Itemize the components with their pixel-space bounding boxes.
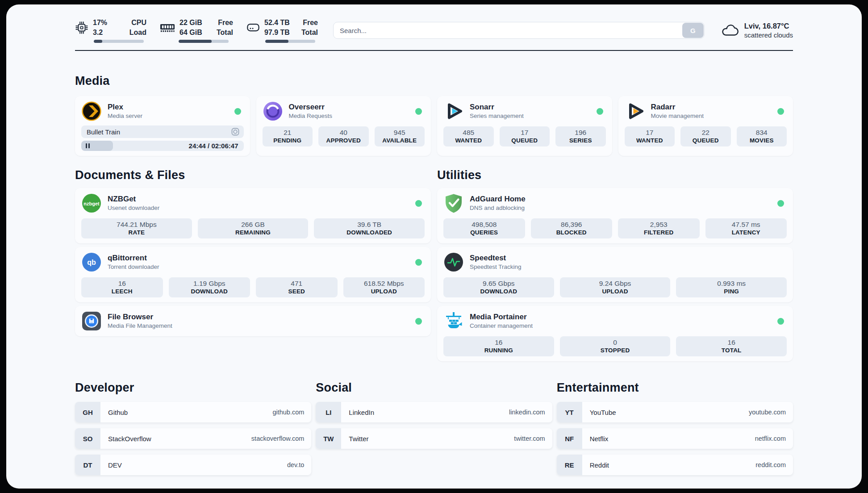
app-title: Overseerr	[289, 102, 333, 112]
app-title: AdGuard Home	[470, 194, 526, 204]
status-dot	[777, 108, 784, 115]
link-badge: TW	[316, 428, 341, 449]
link-dev[interactable]: DT DEV dev.to	[75, 455, 311, 475]
status-dot	[777, 318, 784, 325]
stat-rate: 744.21 MbpsRATE	[81, 218, 192, 238]
link-twitter[interactable]: TW Twitter twitter.com	[316, 428, 552, 449]
stat-available: 945AVAILABLE	[375, 126, 425, 146]
stat-seed: 471SEED	[256, 277, 338, 297]
search-engine-button[interactable]: G	[682, 23, 704, 38]
app-subtitle: DNS and adblocking	[470, 205, 526, 212]
app-subtitle: Container management	[470, 322, 533, 330]
stat-leech: 16LEECH	[81, 277, 163, 297]
stat-download: 9.65 GbpsDOWNLOAD	[443, 277, 554, 297]
dashboard: 17%3.2 CPULoad	[6, 4, 862, 489]
search-input[interactable]	[333, 22, 705, 39]
memory-labels: FreeTotal	[213, 18, 233, 37]
stat-pending: 21PENDING	[263, 126, 313, 146]
link-netflix[interactable]: NF Netflix netflix.com	[557, 428, 793, 449]
storage-progressbar	[265, 40, 315, 43]
section-documents: Documents & Files nzbget NZBGet Usenet d…	[75, 168, 431, 361]
playback-time: 24:44 / 02:06:47	[189, 142, 238, 150]
playback-progressbar[interactable]: 24:44 / 02:06:47	[81, 141, 244, 151]
app-card-overseerr[interactable]: Overseerr Media Requests 21PENDING 40APP…	[256, 96, 431, 156]
link-youtube[interactable]: YT YouTube youtube.com	[557, 402, 793, 422]
link-url: netflix.com	[755, 435, 786, 442]
app-card-qbittorrent[interactable]: qb qBittorrent Torrent downloader 16LEEC…	[75, 247, 431, 302]
link-name: LinkedIn	[349, 409, 374, 416]
storage-values: 52.4 TB97.9 TB	[264, 18, 293, 37]
cpu-icon	[75, 21, 88, 34]
link-url: linkedin.com	[509, 409, 545, 416]
stat-movies: 834MOVIES	[737, 126, 787, 146]
search-box: G	[333, 22, 705, 39]
section-title-documents: Documents & Files	[75, 168, 431, 182]
link-badge: SO	[75, 428, 100, 449]
section-title-utilities: Utilities	[437, 168, 793, 182]
status-dot	[597, 108, 603, 115]
qbittorrent-icon: qb	[81, 252, 102, 272]
app-subtitle: Media Requests	[289, 113, 333, 120]
weather-condition: scattered clouds	[744, 31, 793, 40]
app-card-radarr[interactable]: Radarr Movie management 17WANTED 22QUEUE…	[618, 96, 793, 156]
storage-icon	[246, 22, 260, 33]
cpu-progressbar	[94, 40, 144, 43]
status-dot	[415, 200, 422, 207]
section-utilities: Utilities AdGuard Home DNS and adblockin…	[437, 168, 793, 361]
link-url: github.com	[272, 409, 304, 416]
stat-stopped: 0STOPPED	[560, 336, 671, 356]
stat-upload: 618.52 MbpsUPLOAD	[343, 277, 425, 297]
status-dot	[234, 108, 241, 115]
app-title: Radarr	[651, 102, 704, 112]
sonarr-icon	[443, 101, 464, 121]
status-dot	[777, 200, 784, 207]
app-title: qBittorrent	[108, 253, 159, 263]
adguard-icon	[443, 193, 464, 213]
stat-series: 196SERIES	[555, 126, 606, 146]
radarr-icon	[625, 101, 645, 121]
stat-queries: 498,508QUERIES	[443, 218, 525, 238]
link-name: Github	[108, 409, 128, 416]
section-title-developer: Developer	[75, 381, 311, 395]
app-card-nzbget[interactable]: nzbget NZBGet Usenet downloader 744.21 M…	[75, 188, 431, 243]
nzbget-icon: nzbget	[81, 193, 102, 213]
app-subtitle: Usenet downloader	[108, 205, 159, 212]
app-card-portainer[interactable]: Media Portainer Container management 16R…	[437, 306, 793, 361]
link-badge: NF	[557, 428, 582, 449]
stat-filtered: 2,953FILTERED	[618, 218, 700, 238]
stat-queued: 22QUEUED	[680, 126, 731, 146]
link-linkedin[interactable]: LI LinkedIn linkedin.com	[316, 402, 552, 422]
link-name: Reddit	[590, 461, 609, 469]
weather-location-temp: Lviv, 16.87°C	[744, 21, 793, 31]
pause-button[interactable]	[86, 143, 90, 148]
status-dot	[415, 108, 422, 115]
stat-downloaded: 39.6 TBDOWNLOADED	[314, 218, 425, 238]
app-card-adguard[interactable]: AdGuard Home DNS and adblocking 498,508Q…	[437, 188, 793, 243]
now-playing-title: Bullet Train	[87, 128, 120, 136]
app-card-sonarr[interactable]: Sonarr Series management 485WANTED 17QUE…	[437, 96, 612, 156]
link-name: YouTube	[590, 409, 616, 416]
stat-blocked: 86,396BLOCKED	[531, 218, 613, 238]
weather-widget: Lviv, 16.87°C scattered clouds	[721, 21, 793, 40]
app-subtitle: Series management	[470, 113, 524, 120]
section-social: Social LI LinkedIn linkedin.com TW Twitt…	[316, 381, 552, 475]
video-lens-icon	[231, 128, 239, 136]
link-stackoverflow[interactable]: SO StackOverflow stackoverflow.com	[75, 428, 311, 449]
memory-values: 22 GiB64 GiB	[179, 18, 208, 37]
app-card-filebrowser[interactable]: File Browser Media File Management	[75, 306, 431, 336]
memory-stat-group: 22 GiB64 GiB FreeTotal	[160, 18, 233, 42]
link-reddit[interactable]: RE Reddit reddit.com	[557, 455, 793, 475]
app-subtitle: Media server	[108, 113, 142, 120]
header-divider	[75, 50, 793, 51]
app-card-speedtest[interactable]: Speedtest Speedtest Tracking 9.65 GbpsDO…	[437, 247, 793, 302]
link-url: youtube.com	[749, 409, 786, 416]
section-entertainment: Entertainment YT YouTube youtube.com NF …	[557, 381, 793, 475]
cpu-labels: CPULoad	[126, 18, 146, 37]
stat-ping: 0.993 msPING	[676, 277, 787, 297]
section-title-social: Social	[316, 381, 552, 395]
app-card-plex[interactable]: Plex Media server Bullet Train 24:44 / 0…	[75, 96, 250, 156]
app-subtitle: Torrent downloader	[108, 263, 159, 271]
stat-running: 16RUNNING	[443, 336, 554, 356]
link-github[interactable]: GH Github github.com	[75, 402, 311, 422]
svg-text:qb: qb	[87, 259, 96, 266]
